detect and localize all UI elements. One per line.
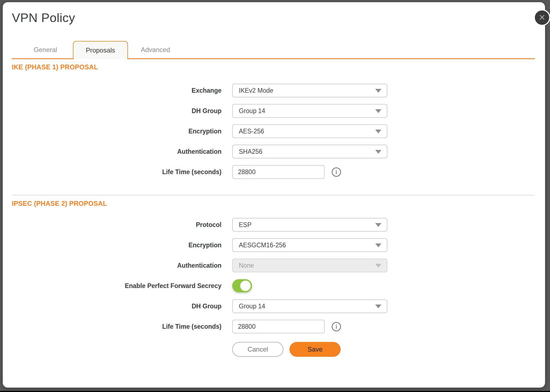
select-value: None [239,262,254,269]
select-value: Group 14 [239,107,265,115]
save-button[interactable]: Save [289,342,341,357]
form-row-authentication: Authentication SHA256 [12,145,535,158]
form-row-pfs: Enable Perfect Forward Secrecy [12,279,535,293]
form-row-encryption-phase2: Encryption AESGCM16-256 [12,238,535,252]
form-row-life-time: Life Time (seconds) i [12,165,535,179]
select-value: ESP [239,221,251,229]
field-label: Life Time (seconds) [12,323,221,330]
dh-group-select-phase2[interactable]: Group 14 [232,299,387,313]
field-label: Exchange [12,87,221,94]
phase1-form: Exchange IKEv2 Mode DH Group Group 14 [12,84,535,179]
protocol-select[interactable]: ESP [232,218,387,232]
field-label: Encryption [12,242,221,249]
life-time-input-phase1[interactable] [232,165,325,179]
dh-group-select-phase1[interactable]: Group 14 [232,104,387,118]
section-heading-ipsec-phase2: IPSEC (PHASE 2) PROPOSAL [12,199,535,208]
select-value: IKEv2 Mode [239,87,273,94]
toggle-knob [240,281,251,291]
field-label: Life Time (seconds) [12,168,221,176]
section-heading-ike-phase1: IKE (PHASE 1) PROPOSAL [12,63,535,71]
form-row-encryption: Encryption AES-256 [12,124,535,138]
chevron-down-icon [375,243,381,247]
field-label: DH Group [12,107,221,115]
select-value: AES-256 [239,128,264,135]
select-value: AESGCM16-256 [239,242,286,249]
section-divider [12,195,535,196]
phase2-form: Protocol ESP Encryption AESGCM16-256 [12,218,535,333]
encryption-select-phase1[interactable]: AES-256 [232,124,387,138]
info-icon[interactable]: i [332,168,341,177]
field-label: Enable Perfect Forward Secrecy [12,282,221,290]
field-label: Authentication [12,262,221,269]
field-label: DH Group [12,303,221,310]
life-time-input-phase2[interactable] [232,320,325,333]
authentication-select-phase2: None [232,259,387,272]
chevron-down-icon [375,109,381,113]
chevron-down-icon [375,89,381,93]
select-value: SHA256 [239,148,262,155]
vpn-policy-dialog: VPN Policy General Proposals Advanced IK… [3,2,545,388]
dialog-footer: Cancel Save [232,342,535,357]
exchange-select[interactable]: IKEv2 Mode [232,84,387,97]
tab-bar: General Proposals Advanced [12,41,535,59]
chevron-down-icon [375,130,381,133]
authentication-select-phase1[interactable]: SHA256 [232,145,387,158]
pfs-toggle[interactable] [232,279,252,292]
encryption-select-phase2[interactable]: AESGCM16-256 [232,238,387,252]
close-icon[interactable]: × [534,9,550,26]
chevron-down-icon [375,305,381,308]
tab-proposals[interactable]: Proposals [73,41,128,59]
chevron-down-icon [375,150,381,154]
form-row-authentication-phase2: Authentication None [12,259,535,272]
field-label: Encryption [12,128,221,135]
form-row-dh-group-phase2: DH Group Group 14 [12,299,535,313]
chevron-down-icon [375,264,381,268]
form-row-exchange: Exchange IKEv2 Mode [12,84,535,97]
cancel-button[interactable]: Cancel [232,342,283,357]
chevron-down-icon [375,223,381,227]
form-row-life-time-phase2: Life Time (seconds) i [12,320,535,333]
field-label: Protocol [12,221,221,229]
info-icon[interactable]: i [332,322,341,331]
form-row-protocol: Protocol ESP [12,218,535,232]
tab-general[interactable]: General [18,41,73,58]
form-row-dh-group: DH Group Group 14 [12,104,535,118]
field-label: Authentication [12,148,221,155]
tab-advanced[interactable]: Advanced [128,41,183,58]
page-title: VPN Policy [12,10,535,25]
select-value: Group 14 [239,303,265,310]
